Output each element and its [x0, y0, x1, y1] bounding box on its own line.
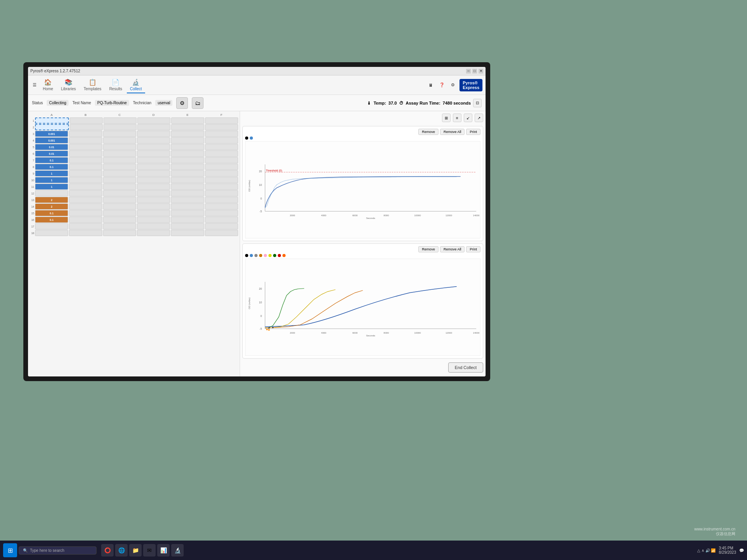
sample-cell[interactable] [171, 144, 204, 150]
sample-cell[interactable]: 1 [35, 177, 68, 183]
sample-cell[interactable]: 2 [35, 203, 68, 210]
sample-cell[interactable]: 0.1 [35, 210, 68, 216]
sample-cell[interactable] [137, 124, 170, 130]
nav-templates[interactable]: 📋 Templates [81, 77, 105, 93]
sample-cell[interactable] [137, 117, 170, 124]
sample-cell[interactable] [205, 137, 238, 144]
taskbar-files[interactable]: 📁 [129, 544, 142, 556]
nav-home[interactable]: 🏠 Home [40, 77, 56, 93]
sample-cell[interactable]: 0.1 [35, 157, 68, 163]
sample-cell[interactable] [69, 184, 102, 190]
nav-collect[interactable]: 🔬 Collect [127, 77, 145, 93]
sample-cell[interactable] [171, 223, 204, 229]
sample-cell[interactable]: 0.001 [35, 131, 68, 137]
sample-cell[interactable] [137, 137, 170, 144]
sample-cell[interactable] [137, 170, 170, 177]
sample-cell[interactable] [103, 137, 136, 144]
sample-cell[interactable] [171, 157, 204, 163]
sample-cell[interactable] [137, 144, 170, 150]
notification-icon[interactable]: 💬 [739, 548, 744, 553]
sample-cell[interactable] [103, 157, 136, 163]
calculator-button[interactable]: 🖩 [427, 81, 435, 89]
sample-cell[interactable] [35, 230, 68, 236]
sample-cell[interactable] [137, 184, 170, 190]
sample-cell[interactable] [69, 197, 102, 203]
sample-cell[interactable] [137, 190, 170, 196]
taskbar-app1[interactable]: 📊 [157, 544, 170, 556]
sample-cell[interactable] [205, 117, 238, 124]
bottom-remove-button[interactable]: Remove [418, 246, 438, 252]
top-remove-all-button[interactable]: Remove All [440, 129, 465, 135]
sample-cell[interactable] [69, 150, 102, 157]
sample-cell[interactable] [205, 230, 238, 236]
sample-cell[interactable] [205, 217, 238, 223]
start-button[interactable]: ⊞ [3, 543, 17, 557]
sample-cell[interactable] [171, 197, 204, 203]
sample-cell[interactable] [103, 131, 136, 137]
sample-cell[interactable] [205, 190, 238, 196]
sample-cell[interactable] [70, 117, 103, 124]
sample-cell[interactable]: 0.01 [35, 144, 68, 150]
hamburger-menu[interactable]: ☰ [31, 81, 38, 89]
sample-cell[interactable] [103, 184, 136, 190]
sample-cell[interactable] [171, 184, 204, 190]
minimize-button[interactable]: ─ [466, 69, 471, 74]
help-button[interactable]: ❓ [438, 81, 446, 89]
sample-cell[interactable] [171, 203, 204, 210]
sample-cell[interactable] [205, 170, 238, 177]
sample-cell[interactable] [205, 177, 238, 183]
sample-cell[interactable] [205, 124, 238, 130]
top-print-button[interactable]: Print [466, 129, 480, 135]
sample-cell[interactable] [137, 157, 170, 163]
sample-cell[interactable] [103, 217, 136, 223]
sample-cell[interactable] [103, 150, 136, 157]
sample-cell[interactable] [171, 150, 204, 157]
sample-cell[interactable] [103, 210, 136, 216]
plate-button[interactable]: 🗂 [192, 97, 203, 109]
settings-button[interactable]: ⚙ [449, 81, 456, 89]
sample-cell[interactable] [171, 217, 204, 223]
sample-cell[interactable] [69, 170, 102, 177]
bottom-remove-all-button[interactable]: Remove All [440, 246, 465, 252]
sample-cell[interactable] [103, 117, 137, 124]
close-button[interactable]: ✕ [479, 69, 483, 74]
sample-cell[interactable] [171, 230, 204, 236]
sample-cell[interactable] [205, 164, 238, 170]
sample-cell[interactable] [205, 223, 238, 229]
sample-cell[interactable] [103, 124, 137, 130]
sample-cell[interactable] [205, 150, 238, 157]
sample-cell[interactable] [69, 131, 102, 137]
config-gear-button[interactable]: ⚙ [176, 97, 188, 109]
sample-cell[interactable] [171, 170, 204, 177]
sample-cell[interactable]: 1 [35, 184, 68, 190]
sample-cell[interactable] [171, 210, 204, 216]
sample-cell[interactable] [69, 157, 102, 163]
sample-cell[interactable] [171, 117, 204, 124]
sample-cell[interactable] [205, 210, 238, 216]
sample-cell[interactable] [69, 230, 102, 236]
sample-cell[interactable] [69, 164, 102, 170]
sample-cell[interactable] [69, 217, 102, 223]
bottom-print-button[interactable]: Print [466, 246, 480, 252]
taskbar-app2[interactable]: 🔬 [171, 544, 184, 556]
sample-cell[interactable] [205, 197, 238, 203]
sample-cell[interactable] [205, 131, 238, 137]
sample-cell[interactable] [103, 177, 136, 183]
zoom-out-icon[interactable]: ↗ [475, 114, 483, 122]
end-collect-button[interactable]: End Collect [448, 362, 483, 373]
sample-cell[interactable] [137, 150, 170, 157]
sample-cell[interactable] [137, 217, 170, 223]
taskbar-edge[interactable]: 🌐 [115, 544, 128, 556]
nav-libraries[interactable]: 📚 Libraries [58, 77, 79, 93]
sample-cell[interactable] [35, 124, 69, 130]
expand-button[interactable]: ⊡ [473, 99, 482, 107]
sample-cell[interactable] [171, 124, 204, 130]
sample-cell[interactable]: 0.1 [35, 217, 68, 223]
sample-cell[interactable] [137, 203, 170, 210]
taskbar-email[interactable]: ✉ [143, 544, 156, 556]
sample-cell[interactable] [69, 190, 102, 196]
taskbar-cortana[interactable]: ⭕ [101, 544, 114, 556]
sample-cell[interactable] [137, 230, 170, 236]
sample-cell[interactable] [171, 164, 204, 170]
sample-cell[interactable] [70, 124, 103, 130]
